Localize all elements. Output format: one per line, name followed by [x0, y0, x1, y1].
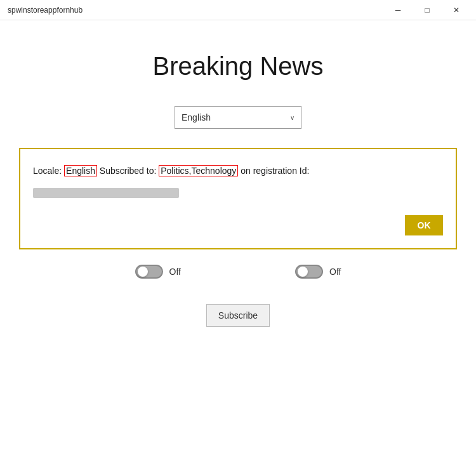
- toggle-1[interactable]: [135, 265, 163, 279]
- toggle-1-thumb: [138, 267, 148, 277]
- redacted-row: [33, 185, 443, 198]
- subscribed-value: Politics,Technology: [159, 165, 238, 176]
- close-button[interactable]: ✕: [442, 0, 471, 20]
- window-controls: ─ □ ✕: [383, 0, 471, 20]
- toggles-row: Off Off: [135, 265, 341, 279]
- maximize-button[interactable]: □: [413, 0, 442, 20]
- toggle-item-2: Off: [295, 265, 341, 279]
- locale-value: English: [64, 165, 97, 176]
- language-selector[interactable]: English ∨: [175, 106, 301, 129]
- subscribed-label: Subscribed to:: [100, 166, 159, 176]
- app-title: Breaking News: [152, 52, 323, 81]
- main-content: Breaking News English ∨ Locale: English …: [0, 20, 476, 327]
- window-title: spwinstoreappfornhub: [8, 6, 83, 15]
- minimize-button[interactable]: ─: [383, 0, 413, 20]
- registration-id-redacted: [33, 188, 179, 198]
- toggle-2-thumb: [298, 267, 308, 277]
- title-bar: spwinstoreappfornhub ─ □ ✕: [0, 0, 476, 20]
- toggle-item-1: Off: [135, 265, 181, 279]
- subscribe-button[interactable]: Subscribe: [206, 304, 270, 327]
- toggle-2-label: Off: [329, 267, 341, 277]
- dialog-box: Locale: English Subscribed to: Politics,…: [19, 148, 457, 249]
- language-selected-value: English: [182, 112, 211, 122]
- dialog-info-row: Locale: English Subscribed to: Politics,…: [33, 164, 443, 178]
- dialog-ok-button[interactable]: OK: [405, 215, 443, 235]
- locale-label: Locale:: [33, 166, 62, 176]
- chevron-down-icon: ∨: [290, 114, 294, 121]
- language-selector-wrapper: English ∨: [175, 106, 301, 129]
- registration-label: on registration Id:: [241, 166, 309, 176]
- toggle-2[interactable]: [295, 265, 323, 279]
- toggle-1-label: Off: [169, 267, 181, 277]
